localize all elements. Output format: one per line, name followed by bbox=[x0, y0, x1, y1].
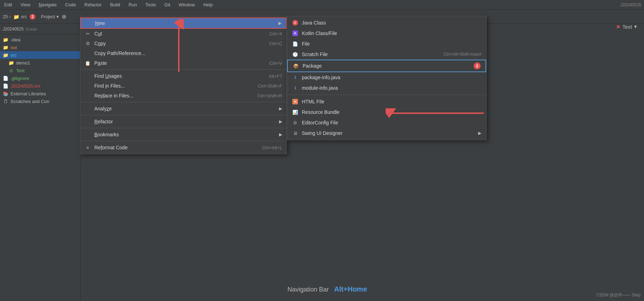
menu-run[interactable]: Run bbox=[127, 1, 138, 8]
menu-item-refactor-label: Refactor bbox=[94, 119, 274, 124]
text-button-label: Text bbox=[622, 24, 632, 30]
cut-icon: ✂ bbox=[84, 30, 91, 37]
sidebar-item-scratches[interactable]: 🗒 Scratches and Con bbox=[0, 97, 80, 105]
menu-tools[interactable]: Tools bbox=[144, 1, 157, 8]
folder-out-icon: 📁 bbox=[3, 45, 8, 50]
copy-icon: ⧉ bbox=[84, 40, 91, 47]
menu-item-analyze[interactable]: Analyze ▶ bbox=[80, 104, 286, 114]
red-arrow-up bbox=[172, 19, 186, 75]
submenu-item-package[interactable]: 📦 Package 2 bbox=[287, 60, 486, 72]
menu-refactor[interactable]: Refactor bbox=[83, 1, 103, 8]
reformat-icon: ≡ bbox=[84, 144, 91, 151]
separator-2 bbox=[80, 102, 286, 102]
folder-icon: 📁 bbox=[13, 14, 19, 20]
project-dropdown[interactable]: Project ▾ bbox=[41, 14, 59, 19]
sidebar-item-iml[interactable]: 📄 J20240525.iml bbox=[0, 82, 80, 90]
menu-view[interactable]: View bbox=[19, 1, 32, 8]
nav-bar-hint: Navigation Bar Alt+Home bbox=[287, 285, 367, 293]
sidebar-item-idea[interactable]: 📁 .idea bbox=[0, 36, 80, 43]
paste-icon: 📋 bbox=[84, 60, 91, 66]
menu-item-find-in-files-label: Find in Files... bbox=[94, 83, 255, 89]
submenu-package-label: Package bbox=[303, 63, 468, 69]
find-usages-shortcut: Alt+F7 bbox=[269, 74, 282, 79]
sidebar-item-src-label: src bbox=[11, 53, 16, 58]
menu-item-bookmarks[interactable]: Bookmarks ▶ bbox=[80, 130, 286, 139]
new-arrow-icon: ▶ bbox=[278, 21, 282, 26]
submenu-item-editor-config[interactable]: ⚙ EditorConfig File bbox=[287, 117, 486, 128]
menu-bar: Edit View Navigate Code Refactor Build R… bbox=[0, 0, 644, 10]
submenu-item-scratch-file[interactable]: 🕐 Scratch File Ctrl+Alt+Shift+Insert bbox=[287, 49, 486, 60]
menu-code[interactable]: Code bbox=[64, 1, 77, 8]
menu-help[interactable]: Help bbox=[202, 1, 214, 8]
ext-lib-icon: 📚 bbox=[3, 91, 8, 96]
separator-4 bbox=[80, 128, 286, 128]
menu-item-bookmarks-label: Bookmarks bbox=[94, 132, 274, 137]
sidebar-item-demo1-label: demo1 bbox=[16, 60, 30, 66]
bookmarks-icon bbox=[84, 131, 91, 138]
menu-item-find-in-files[interactable]: Find in Files... Ctrl+Shift+F bbox=[80, 81, 286, 91]
iml-icon: 📄 bbox=[3, 83, 8, 89]
nav-bar-label: Navigation Bar bbox=[287, 286, 329, 293]
menu-item-replace-label: Replace in Files... bbox=[94, 93, 254, 98]
resource-bundle-icon: 📊 bbox=[292, 109, 298, 115]
copy-path-icon bbox=[84, 50, 91, 56]
analyze-icon bbox=[84, 105, 91, 112]
refactor-icon bbox=[84, 118, 91, 125]
menu-item-refactor[interactable]: Refactor ▶ bbox=[80, 117, 286, 126]
java-class-icon: C bbox=[292, 20, 298, 26]
menu-edit[interactable]: Edit bbox=[3, 1, 13, 8]
replace-shortcut: Ctrl+Shift+R bbox=[257, 93, 282, 98]
sidebar-content: 📁 .idea 📁 out 📁 src 📁 demo1 ◎ Text 📄 .gi… bbox=[0, 34, 80, 107]
add-button[interactable]: ⊕ bbox=[62, 13, 66, 20]
submenu-package-info-label: package-info.java bbox=[302, 75, 481, 80]
sidebar-item-text[interactable]: ◎ Text bbox=[0, 67, 80, 74]
cut-shortcut: Ctrl+X bbox=[270, 31, 282, 36]
sidebar-item-gitignore[interactable]: 📄 .gitignore bbox=[0, 74, 80, 82]
sidebar: J20240525 D:\coo 📁 .idea 📁 out 📁 src 📁 d… bbox=[0, 24, 81, 301]
bookmarks-arrow-icon: ▶ bbox=[279, 132, 282, 137]
submenu-html-file-label: HTML File bbox=[302, 99, 481, 104]
swing-ui-icon: 🖥 bbox=[292, 130, 298, 136]
sidebar-item-scratches-label: Scratches and Con bbox=[11, 99, 49, 104]
sidebar-header: J20240525 D:\coo bbox=[0, 24, 80, 34]
find-usages-icon bbox=[84, 73, 91, 79]
file-icon: 📄 bbox=[292, 41, 298, 47]
sidebar-project-name: J20240525 bbox=[3, 27, 23, 32]
folder-src-icon: 📁 bbox=[3, 52, 8, 58]
menu-window[interactable]: Window bbox=[177, 1, 196, 8]
submenu-separator-1 bbox=[287, 95, 486, 95]
submenu-item-java-class[interactable]: C Java Class bbox=[287, 18, 486, 28]
project-dropdown-arrow: ▾ bbox=[56, 14, 59, 19]
sidebar-item-ext-lib-label: External Libraries bbox=[11, 91, 46, 96]
sidebar-item-ext-lib[interactable]: 📚 External Libraries bbox=[0, 90, 80, 97]
project-id: J20240525 bbox=[621, 2, 641, 7]
menu-item-reformat[interactable]: ≡ Reformat Code Ctrl+Alt+L bbox=[80, 143, 286, 152]
sidebar-item-iml-label: J20240525.iml bbox=[11, 83, 40, 89]
swing-ui-arrow-icon: ▶ bbox=[478, 131, 481, 136]
top-right-text-button[interactable]: ✖ Text ▾ bbox=[616, 20, 637, 34]
scratch-file-icon: 🕐 bbox=[292, 51, 298, 57]
toolbar-path: 25 › bbox=[3, 14, 11, 19]
submenu-item-kotlin-class[interactable]: K Kotlin Class/File bbox=[287, 28, 486, 39]
sidebar-item-out[interactable]: 📁 out bbox=[0, 43, 80, 51]
menu-git[interactable]: Git bbox=[163, 1, 172, 8]
submenu-item-swing-ui[interactable]: 🖥 Swing UI Designer ▶ bbox=[287, 128, 486, 138]
menu-item-replace-in-files[interactable]: Replace in Files... Ctrl+Shift+R bbox=[80, 91, 286, 101]
submenu-item-package-info[interactable]: ℹ package-info.java bbox=[287, 72, 486, 83]
submenu-file-label: File bbox=[302, 41, 481, 47]
sidebar-project-path: D:\coo bbox=[26, 27, 37, 31]
menu-build[interactable]: Build bbox=[109, 1, 122, 8]
sidebar-item-src[interactable]: 📁 src bbox=[0, 51, 80, 59]
menu-navigate[interactable]: Navigate bbox=[37, 1, 58, 8]
red-arrow-right bbox=[386, 108, 491, 118]
sidebar-item-demo1[interactable]: 📁 demo1 bbox=[0, 59, 80, 67]
submenu-kotlin-class-label: Kotlin Class/File bbox=[302, 30, 481, 36]
folder-demo1-icon: 📁 bbox=[8, 60, 14, 66]
submenu-item-module-info[interactable]: ℹ module-info.java bbox=[287, 83, 486, 93]
scratch-shortcut: Ctrl+Alt+Shift+Insert bbox=[443, 52, 481, 57]
submenu-item-html-file[interactable]: H HTML File bbox=[287, 96, 486, 107]
refactor-arrow-icon: ▶ bbox=[279, 119, 282, 124]
submenu-item-file[interactable]: 📄 File bbox=[287, 39, 486, 49]
separator-5 bbox=[80, 141, 286, 141]
submenu-java-class-label: Java Class bbox=[302, 20, 481, 26]
